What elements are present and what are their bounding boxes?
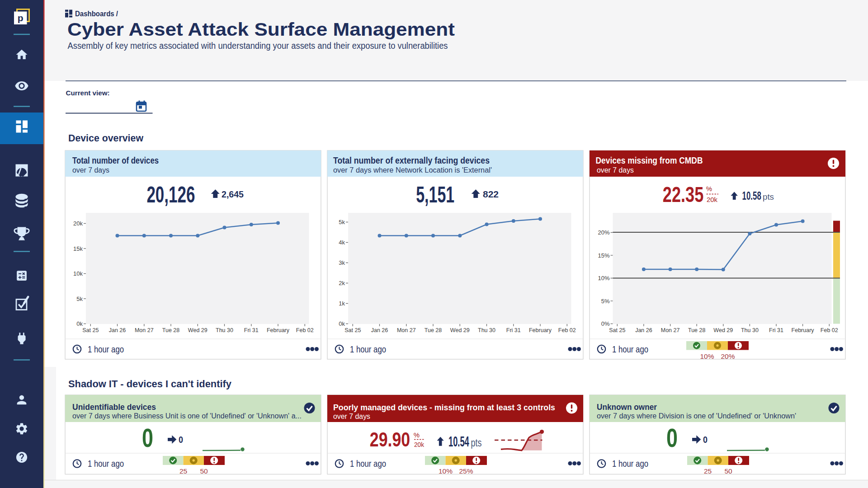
svg-text:20%: 20% <box>598 229 609 236</box>
svg-text:Total number of externally fac: Total number of externally facing device… <box>333 155 490 165</box>
svg-text:Tue 28: Tue 28 <box>688 327 706 333</box>
svg-text:Sat 25: Sat 25 <box>344 327 361 333</box>
svg-text:Fri 31: Fri 31 <box>506 327 521 333</box>
svg-text:15k: 15k <box>73 245 83 252</box>
svg-text:Shadow IT - devices I can't id: Shadow IT - devices I can't identify <box>68 378 232 389</box>
svg-text:Dashboards /: Dashboards / <box>75 9 118 18</box>
svg-text:p: p <box>18 13 24 23</box>
svg-text:February: February <box>529 327 552 333</box>
svg-text:25: 25 <box>704 467 712 475</box>
svg-text:Thu 30: Thu 30 <box>741 327 759 333</box>
svg-text:20,126: 20,126 <box>146 182 195 207</box>
svg-text:0: 0 <box>142 423 153 452</box>
svg-text:pts: pts <box>471 436 482 449</box>
svg-text:Assembly of key metrics associ: Assembly of key metrics associated with … <box>68 41 448 51</box>
svg-text:February: February <box>792 327 815 333</box>
svg-text:Cyber Asset Attack Surface Man: Cyber Asset Attack Surface Management <box>67 19 455 40</box>
svg-text:0k: 0k <box>76 320 83 327</box>
svg-text:Mon 27: Mon 27 <box>397 327 416 333</box>
svg-text:1 hour ago: 1 hour ago <box>88 344 124 354</box>
svg-text:22.35: 22.35 <box>663 183 704 206</box>
svg-text:Thu 30: Thu 30 <box>216 327 233 333</box>
svg-text:5,151: 5,151 <box>416 182 454 207</box>
svg-text:0: 0 <box>179 435 183 445</box>
svg-text:Tue 28: Tue 28 <box>425 327 442 333</box>
svg-text:Wed 29: Wed 29 <box>713 327 733 333</box>
svg-text:1 hour ago: 1 hour ago <box>88 458 124 469</box>
svg-text:Mon 27: Mon 27 <box>135 327 154 333</box>
svg-text:25%: 25% <box>459 467 473 475</box>
svg-text:20k: 20k <box>707 196 717 203</box>
svg-text:over 7 days where Network Loca: over 7 days where Network Location is 'E… <box>333 166 492 174</box>
svg-text:%: % <box>706 185 712 192</box>
svg-text:2k: 2k <box>339 280 345 286</box>
svg-text:50: 50 <box>200 467 208 475</box>
svg-text:25: 25 <box>179 467 187 475</box>
svg-text:0: 0 <box>666 423 678 452</box>
svg-text:Jan 26: Jan 26 <box>109 327 126 333</box>
svg-text:Device overview: Device overview <box>68 133 143 144</box>
svg-text:50: 50 <box>724 467 732 475</box>
svg-text:pts: pts <box>763 192 774 202</box>
svg-text:February: February <box>267 327 290 333</box>
svg-text:Devices missing from CMDB: Devices missing from CMDB <box>596 155 703 165</box>
svg-text:over 7 days: over 7 days <box>72 166 109 174</box>
svg-text:over 7 days: over 7 days <box>597 166 634 174</box>
svg-text:15%: 15% <box>598 252 609 259</box>
svg-text:10%: 10% <box>598 275 609 282</box>
svg-text:20k: 20k <box>73 220 83 227</box>
svg-text:3k: 3k <box>339 259 345 266</box>
svg-text:Jan 26: Jan 26 <box>635 327 652 333</box>
svg-text:5%: 5% <box>601 298 610 305</box>
svg-text:Feb 02: Feb 02 <box>821 327 838 333</box>
svg-text:10.58: 10.58 <box>742 189 761 202</box>
svg-text:Sat 25: Sat 25 <box>609 327 625 333</box>
svg-text:4k: 4k <box>339 239 345 246</box>
svg-text:0k: 0k <box>339 320 345 327</box>
svg-text:10%: 10% <box>439 467 453 475</box>
svg-text:over 7 days: over 7 days <box>333 413 370 420</box>
svg-text:Feb 02: Feb 02 <box>296 327 314 333</box>
svg-text:Current view:: Current view: <box>66 89 110 97</box>
svg-text:over 7 days where Business Uni: over 7 days where Business Unit is one o… <box>72 412 302 420</box>
svg-text:5k: 5k <box>76 296 83 302</box>
svg-text:Feb 02: Feb 02 <box>558 327 576 333</box>
svg-text:0: 0 <box>703 435 708 445</box>
svg-text:over 7 days where Division is: over 7 days where Division is one of 'Un… <box>597 412 796 420</box>
svg-text:Wed 29: Wed 29 <box>450 327 470 333</box>
svg-text:0%: 0% <box>601 320 610 327</box>
svg-text:Sat 25: Sat 25 <box>82 327 99 333</box>
svg-text:Unidentifiable devices: Unidentifiable devices <box>72 402 156 412</box>
svg-text:10k: 10k <box>73 270 83 277</box>
svg-text:Jan 26: Jan 26 <box>371 327 388 333</box>
svg-text:Unknown owner: Unknown owner <box>597 402 657 412</box>
svg-text:Total number of devices: Total number of devices <box>72 155 159 165</box>
svg-text:Fri 31: Fri 31 <box>244 327 259 333</box>
svg-text:%: % <box>414 431 420 439</box>
svg-text:Fri 31: Fri 31 <box>769 327 783 333</box>
svg-text:2,645: 2,645 <box>222 189 244 199</box>
svg-text:20%: 20% <box>721 352 735 360</box>
svg-text:10.54: 10.54 <box>448 433 469 450</box>
svg-text:Wed 29: Wed 29 <box>188 327 208 333</box>
svg-text:Poorly managed devices - missi: Poorly managed devices - missing from at… <box>333 403 555 412</box>
svg-text:Mon 27: Mon 27 <box>661 327 680 333</box>
svg-text:Tue 28: Tue 28 <box>162 327 180 333</box>
svg-text:29.90: 29.90 <box>370 428 410 451</box>
svg-text:1k: 1k <box>339 300 345 307</box>
svg-text:Thu 30: Thu 30 <box>478 327 495 333</box>
svg-text:822: 822 <box>483 189 499 199</box>
svg-text:20k: 20k <box>414 441 424 448</box>
svg-text:5k: 5k <box>339 219 345 225</box>
svg-text:10%: 10% <box>700 352 714 360</box>
